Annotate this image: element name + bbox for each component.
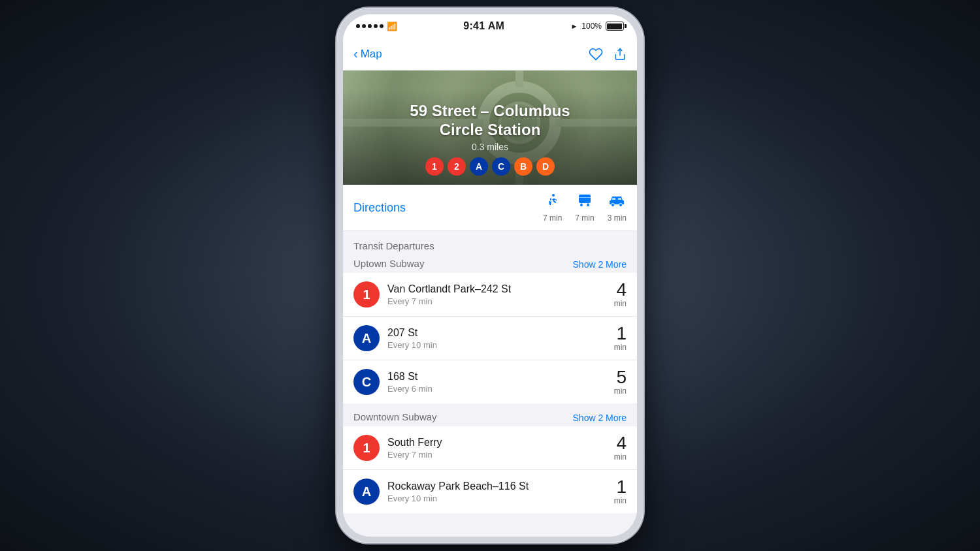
transit-option[interactable]: 7 min	[575, 193, 594, 223]
phone-frame: 📶 9:41 AM ► 100% ‹ Map	[336, 8, 644, 543]
transit-item-4: 1 South Ferry Every 7 min 4 min	[343, 426, 637, 470]
time-block-2: 1 min	[614, 324, 627, 352]
transport-options: 7 min 7 min	[543, 193, 627, 223]
station-distance: 0.3 miles	[353, 142, 627, 152]
svg-rect-8	[579, 195, 591, 203]
destination-5: Rockaway Park Beach–116 St	[387, 480, 614, 492]
min-label-1: min	[614, 299, 627, 308]
downtown-transit-list: 1 South Ferry Every 7 min 4 min A Rockaw…	[343, 426, 637, 513]
svg-point-11	[587, 204, 589, 206]
content-area: Transit Departures Uptown Subway Show 2 …	[343, 231, 637, 537]
line-badge-b: B	[514, 157, 532, 176]
minutes-1: 4	[614, 281, 627, 299]
uptown-transit-list: 1 Van Cortlandt Park–242 St Every 7 min …	[343, 273, 637, 403]
status-time: 9:41 AM	[463, 20, 504, 32]
transit-info-2: 207 St Every 10 min	[387, 327, 614, 350]
transit-info-1: Van Cortlandt Park–242 St Every 7 min	[387, 283, 614, 306]
time-block-3: 5 min	[614, 368, 627, 396]
back-chevron-icon: ‹	[353, 47, 358, 60]
signal-icon	[356, 24, 384, 28]
destination-1: Van Cortlandt Park–242 St	[387, 283, 614, 295]
frequency-1: Every 7 min	[387, 296, 614, 306]
back-button[interactable]: ‹ Map	[353, 48, 589, 61]
line-badge-1: 1	[425, 157, 444, 176]
min-label-2: min	[614, 343, 627, 352]
back-label: Map	[361, 48, 382, 61]
transit-item-2: A 207 St Every 10 min 1 min	[343, 317, 637, 360]
line-badge-2: 2	[448, 157, 466, 176]
svg-point-7	[552, 194, 555, 197]
destination-2: 207 St	[387, 327, 614, 339]
uptown-section-header-row: Uptown Subway Show 2 More	[343, 255, 637, 273]
uptown-subway-label: Uptown Subway	[353, 255, 424, 273]
transit-info-3: 168 St Every 6 min	[387, 371, 614, 394]
svg-rect-9	[579, 197, 591, 198]
status-left: 📶	[356, 22, 397, 31]
transit-item-1: 1 Van Cortlandt Park–242 St Every 7 min …	[343, 273, 637, 317]
svg-rect-17	[612, 198, 615, 200]
min-label-5: min	[614, 496, 627, 505]
minutes-4: 4	[614, 434, 627, 452]
transit-info-5: Rockaway Park Beach–116 St Every 10 min	[387, 480, 614, 503]
uptown-show-more[interactable]: Show 2 More	[573, 259, 627, 270]
downtown-show-more[interactable]: Show 2 More	[573, 413, 627, 423]
station-title: 59 Street – ColumbusCircle Station	[353, 102, 627, 140]
line-badge-d: D	[536, 157, 555, 176]
battery-percent: 100%	[581, 22, 602, 31]
transit-item-3: C 168 St Every 6 min 5 min	[343, 360, 637, 403]
transit-departures-header: Transit Departures	[343, 231, 637, 255]
line-badge-a: A	[470, 157, 488, 176]
transit-info-4: South Ferry Every 7 min	[387, 437, 614, 460]
svg-point-10	[580, 204, 583, 206]
line-badge-c-uptown: C	[353, 369, 380, 395]
walk-icon	[545, 193, 561, 212]
walk-time: 7 min	[543, 213, 562, 223]
frequency-5: Every 10 min	[387, 494, 614, 503]
destination-3: 168 St	[387, 371, 614, 383]
minutes-5: 1	[614, 478, 627, 496]
time-block-4: 4 min	[614, 434, 627, 462]
map-area[interactable]: 59 Street – ColumbusCircle Station 0.3 m…	[343, 71, 637, 185]
frequency-2: Every 10 min	[387, 340, 614, 350]
line-badge-a-uptown: A	[353, 325, 380, 351]
line-badge-c: C	[492, 157, 510, 176]
car-option[interactable]: 3 min	[608, 193, 627, 223]
phone-screen: 📶 9:41 AM ► 100% ‹ Map	[343, 14, 637, 537]
transit-time: 7 min	[575, 213, 594, 223]
nav-bar: ‹ Map	[343, 38, 637, 71]
station-overlay: 59 Street – ColumbusCircle Station 0.3 m…	[343, 89, 637, 185]
walk-option[interactable]: 7 min	[543, 193, 562, 223]
destination-4: South Ferry	[387, 437, 614, 449]
svg-point-15	[612, 204, 615, 207]
subway-line-badges: 1 2 A C B D	[353, 157, 627, 176]
downtown-subway-label: Downtown Subway	[353, 409, 437, 426]
svg-rect-18	[618, 198, 621, 200]
min-label-3: min	[614, 386, 627, 396]
section-divider-1	[343, 403, 637, 409]
directions-label[interactable]: Directions	[353, 201, 543, 215]
time-block-5: 1 min	[614, 478, 627, 505]
minutes-3: 5	[614, 368, 627, 386]
wifi-icon: 📶	[387, 22, 397, 31]
status-bar: 📶 9:41 AM ► 100%	[343, 14, 637, 38]
battery-icon	[606, 22, 624, 31]
transit-item-5: A Rockaway Park Beach–116 St Every 10 mi…	[343, 470, 637, 513]
frequency-4: Every 7 min	[387, 450, 614, 460]
min-label-4: min	[614, 452, 627, 462]
favorite-button[interactable]	[589, 47, 603, 61]
transit-icon	[576, 193, 593, 212]
car-time: 3 min	[608, 213, 627, 223]
line-badge-1-downtown: 1	[353, 435, 380, 461]
share-button[interactable]	[613, 47, 627, 61]
line-badge-a-downtown: A	[353, 479, 380, 505]
car-icon	[608, 193, 626, 212]
time-block-1: 4 min	[614, 281, 627, 308]
status-right: ► 100%	[570, 22, 624, 31]
frequency-3: Every 6 min	[387, 384, 614, 394]
line-badge-1-uptown: 1	[353, 281, 380, 307]
svg-point-16	[619, 204, 623, 207]
minutes-2: 1	[614, 324, 627, 343]
directions-section: Directions 7 min	[343, 185, 637, 231]
downtown-section-header-row: Downtown Subway Show 2 More	[343, 409, 637, 426]
location-icon: ►	[570, 22, 578, 30]
